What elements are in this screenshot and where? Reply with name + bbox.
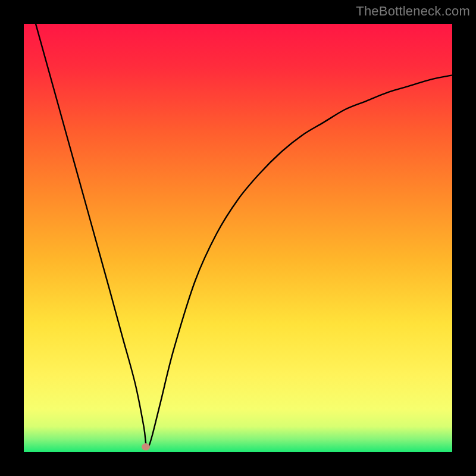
plot-area [24, 24, 452, 452]
bottleneck-curve [24, 24, 452, 449]
watermark-text: TheBottleneck.com [356, 4, 470, 19]
optimal-point-marker [142, 443, 150, 450]
curve-layer [24, 24, 452, 452]
chart-frame: TheBottleneck.com [0, 0, 476, 476]
